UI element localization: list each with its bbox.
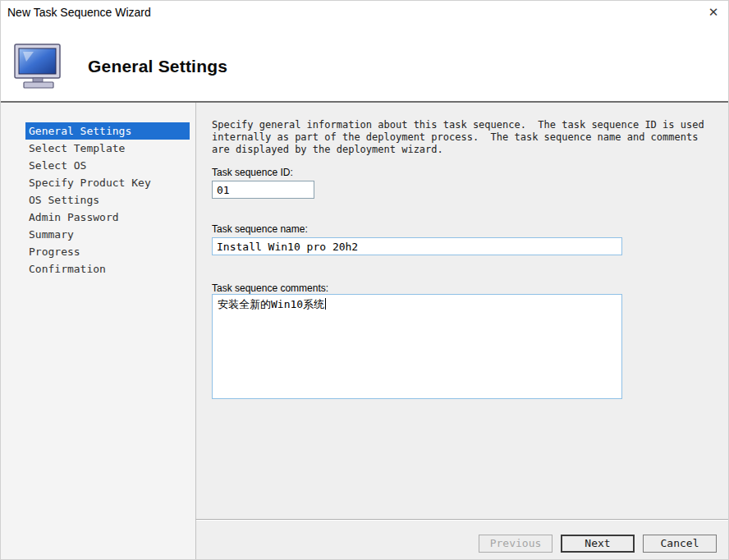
sidebar-item-specify-product-key[interactable]: Specify Product Key <box>25 174 190 191</box>
window-title: New Task Sequence Wizard <box>7 6 151 19</box>
task-sequence-id-input[interactable] <box>212 181 314 199</box>
cancel-button[interactable]: Cancel <box>643 535 717 553</box>
sidebar-item-progress[interactable]: Progress <box>25 243 190 260</box>
next-button[interactable]: Next <box>561 535 635 553</box>
sidebar-item-confirmation[interactable]: Confirmation <box>25 260 190 278</box>
title-bar: New Task Sequence Wizard ✕ <box>1 1 728 24</box>
wizard-window: New Task Sequence Wizard ✕ General <box>0 0 729 560</box>
task-sequence-comments-input[interactable]: 安装全新的Win10系统 <box>212 294 622 399</box>
sidebar-item-select-template[interactable]: Select Template <box>25 140 190 157</box>
wizard-header: General Settings <box>1 24 728 101</box>
sidebar-item-summary[interactable]: Summary <box>25 226 190 243</box>
sidebar-item-admin-password[interactable]: Admin Password <box>25 209 190 226</box>
wizard-main-panel: Specify general information about this t… <box>195 103 728 519</box>
wizard-steps-list: General Settings Select Template Select … <box>1 103 195 278</box>
wizard-sidebar: General Settings Select Template Select … <box>1 103 195 559</box>
task-sequence-comments-label: Task sequence comments: <box>212 282 328 294</box>
task-sequence-name-label: Task sequence name: <box>212 223 308 235</box>
task-sequence-name-input[interactable] <box>212 237 622 255</box>
sidebar-item-general-settings[interactable]: General Settings <box>25 122 190 140</box>
computer-icon <box>11 42 70 94</box>
comments-text: 安装全新的Win10系统 <box>218 298 324 310</box>
sidebar-item-select-os[interactable]: Select OS <box>25 157 190 174</box>
sidebar-item-os-settings[interactable]: OS Settings <box>25 191 190 209</box>
task-sequence-id-label: Task sequence ID: <box>212 167 293 178</box>
page-description: Specify general information about this t… <box>212 119 729 156</box>
close-icon[interactable]: ✕ <box>705 4 722 21</box>
previous-button: Previous <box>479 535 552 553</box>
wizard-footer: Previous Next Cancel <box>195 519 728 559</box>
text-cursor <box>325 298 326 310</box>
page-title: General Settings <box>88 57 227 76</box>
